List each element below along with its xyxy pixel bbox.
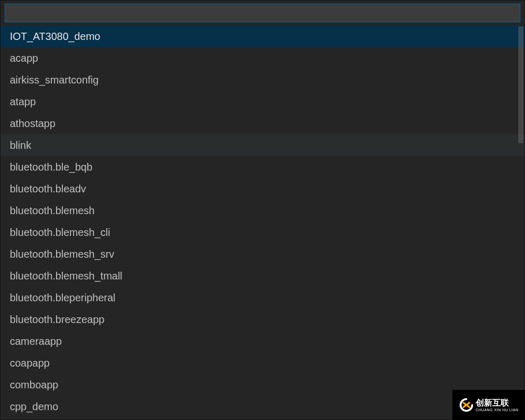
list-item[interactable]: bluetooth.blemesh (1, 200, 524, 221)
list-item[interactable]: atapp (1, 91, 524, 113)
list-item[interactable]: bluetooth.ble_bqb (1, 156, 524, 178)
list-item[interactable]: bluetooth.breezeapp (1, 309, 524, 330)
logo-text-cn: 创新互联 (476, 399, 519, 407)
list-item[interactable]: cryptotest (1, 417, 524, 419)
list-item[interactable]: blink (1, 134, 524, 156)
quick-pick-panel: IOT_AT3080_demoacappairkiss_smartconfiga… (0, 0, 525, 420)
list-item[interactable]: coapapp (1, 352, 524, 374)
scrollbar-track[interactable] (517, 26, 524, 420)
list-item[interactable]: bluetooth.blemesh_tmall (1, 265, 524, 287)
logo-mark: 创新互联 CHUANG XIN HU LIAN (459, 398, 519, 412)
list-item[interactable]: IOT_AT3080_demo (1, 25, 524, 47)
quick-pick-list: IOT_AT3080_demoacappairkiss_smartconfiga… (1, 25, 524, 419)
list-item[interactable]: bluetooth.blemesh_cli (1, 221, 524, 243)
logo-text-en: CHUANG XIN HU LIAN (476, 408, 519, 412)
list-item[interactable]: athostapp (1, 113, 524, 134)
logo-text: 创新互联 CHUANG XIN HU LIAN (476, 399, 519, 412)
brand-logo: 创新互联 CHUANG XIN HU LIAN (452, 390, 525, 420)
list-item[interactable]: acapp (1, 47, 524, 69)
list-item[interactable]: cameraapp (1, 330, 524, 352)
list-item[interactable]: bluetooth.bleadv (1, 178, 524, 200)
list-item[interactable]: bluetooth.bleperipheral (1, 287, 524, 309)
scrollbar-thumb[interactable] (518, 26, 523, 143)
quick-filter-input[interactable] (5, 4, 520, 22)
list-item[interactable]: comboapp (1, 374, 524, 396)
list-item[interactable]: cpp_demo (1, 396, 524, 417)
logo-icon (459, 398, 474, 412)
input-wrapper (1, 1, 524, 25)
list-item[interactable]: airkiss_smartconfig (1, 69, 524, 91)
list-item[interactable]: bluetooth.blemesh_srv (1, 243, 524, 265)
